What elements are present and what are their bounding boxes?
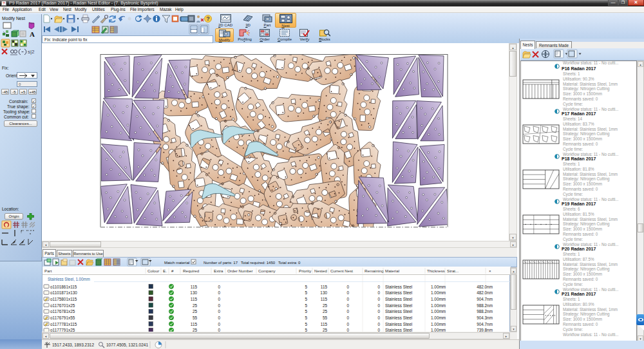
svg-text:5: 5	[305, 328, 307, 332]
svg-text:Remnants saved: 0: Remnants saved: 0	[563, 232, 598, 236]
svg-text:Extra: Extra	[214, 269, 223, 273]
svg-text:Cycle time:: Cycle time:	[563, 282, 583, 287]
svg-text:Colour: Colour	[147, 269, 159, 273]
svg-text:Utilisation: 83.7%: Utilisation: 83.7%	[563, 122, 594, 126]
svg-text:55: 55	[323, 316, 328, 320]
svg-text:Material: Material	[385, 269, 399, 273]
svg-text:0: 0	[377, 328, 380, 332]
svg-text:0: 0	[218, 296, 220, 301]
svg-text:Remnants saved: 0: Remnants saved: 0	[563, 142, 598, 146]
svg-text:Strategy: Nitrogen Cutting: Strategy: Nitrogen Cutting	[563, 267, 610, 272]
svg-text:0: 0	[377, 284, 380, 288]
svg-text:#: #	[171, 269, 174, 273]
svg-text:55: 55	[193, 316, 198, 320]
svg-text:Material: Stainless Steel, 1mm: Material: Stainless Steel, 1mm	[563, 307, 618, 312]
svg-text:Material: Stainless Steel, 1mm: Material: Stainless Steel, 1mm	[563, 82, 618, 86]
svg-text:Stainless Steel, 1.00mm: Stainless Steel, 1.00mm	[48, 277, 90, 281]
svg-text:Sheets: 1: Sheets: 1	[563, 162, 580, 166]
svg-text:Remaining: Remaining	[365, 269, 384, 273]
svg-text:5: 5	[305, 316, 307, 320]
svg-text:0: 0	[346, 290, 349, 295]
svg-text:o1177781x115: o1177781x115	[50, 321, 77, 326]
svg-text:Strategy: Nitrogen Cutting: Strategy: Nitrogen Cutting	[563, 312, 610, 317]
svg-text:Size: 3000 x 1500mm: Size: 3000 x 1500mm	[563, 182, 602, 186]
svg-text:0: 0	[218, 328, 220, 332]
svg-text:Part: Part	[44, 269, 52, 273]
svg-text:Sheets: 6: Sheets: 6	[563, 207, 580, 211]
svg-text:988.2nm: 988.2nm	[477, 309, 493, 314]
svg-text:0: 0	[346, 321, 349, 326]
svg-text:Workflow status: 11 - No cutti: Workflow status: 11 - No cutti...	[563, 332, 619, 337]
svg-text:0: 0	[218, 290, 220, 295]
svg-text:115: 115	[321, 296, 328, 301]
svg-text:Size: 3000 x 1500mm: Size: 3000 x 1500mm	[563, 227, 602, 231]
svg-text:Cycle time:: Cycle time:	[563, 147, 583, 152]
svg-text:5: 5	[305, 303, 307, 307]
svg-text:5: 5	[305, 321, 307, 326]
svg-text:s|2: s|2	[28, 49, 35, 55]
svg-text:Sheets: 14: Sheets: 14	[563, 117, 583, 121]
svg-text:Current Nest: Current Nest	[330, 269, 353, 273]
svg-text:1.00mm: 1.00mm	[431, 309, 446, 314]
svg-text:130: 130	[320, 290, 327, 295]
svg-text:1517.2433, 1893.2312: 1517.2433, 1893.2312	[52, 343, 94, 347]
svg-text:5: 5	[305, 284, 307, 288]
svg-text:1.00mm: 1.00mm	[431, 290, 446, 295]
svg-text:5: 5	[305, 290, 307, 295]
svg-text:Stainless Steel: Stainless Steel	[385, 296, 412, 301]
svg-text:25: 25	[323, 303, 328, 307]
svg-text:1077.4505, 1321.0241: 1077.4505, 1321.0241	[106, 343, 148, 347]
svg-text:Remnants saved: 0: Remnants saved: 0	[563, 277, 598, 281]
svg-text:Stainless Steel: Stainless Steel	[385, 328, 412, 332]
svg-text:130: 130	[190, 290, 197, 295]
svg-text:P17 Radan 2017: P17 Radan 2017	[562, 111, 596, 116]
svg-text:Workflow status: 11 - No cutti: Workflow status: 11 - No cutti...	[563, 152, 619, 156]
svg-text:0: 0	[218, 309, 220, 314]
svg-text:1.00mm: 1.00mm	[431, 328, 446, 332]
svg-text:115: 115	[191, 321, 198, 326]
svg-text:o1175801x115: o1175801x115	[50, 296, 77, 301]
svg-text:0: 0	[377, 296, 380, 301]
svg-text:Cycle time:: Cycle time:	[563, 237, 583, 242]
svg-text:Stainless Steel: Stainless Steel	[385, 290, 412, 295]
svg-text:Workflow status: 11 - No cutti: Workflow status: 11 - No cutti...	[563, 197, 619, 202]
svg-text:Strategy: Nitrogen Cutting: Strategy: Nitrogen Cutting	[563, 176, 610, 182]
svg-text:0: 0	[377, 309, 380, 314]
svg-text:115: 115	[191, 296, 198, 301]
svg-text:0: 0	[346, 303, 349, 307]
svg-text:0: 0	[377, 303, 380, 307]
svg-text:482.0nm: 482.0nm	[477, 290, 493, 295]
svg-text:0: 0	[377, 316, 380, 320]
svg-text:Sheets: 1: Sheets: 1	[563, 71, 580, 76]
svg-text:1.00mm: 1.00mm	[431, 321, 446, 326]
svg-text:Remnants saved: 0: Remnants saved: 0	[563, 187, 598, 191]
svg-text:25: 25	[323, 309, 328, 314]
svg-text:1.00mm: 1.00mm	[431, 303, 446, 307]
svg-text:Thickness: Thickness	[427, 269, 445, 273]
svg-text:0: 0	[377, 321, 380, 326]
svg-text:Order Number: Order Number	[227, 269, 253, 273]
svg-text:1.00mm: 1.00mm	[431, 284, 446, 288]
svg-text:P18 Radan 2017: P18 Radan 2017	[562, 156, 596, 161]
svg-text:Strategy: Nitrogen Cutting: Strategy: Nitrogen Cutting	[563, 131, 610, 137]
svg-text:1.00mm: 1.00mm	[431, 316, 446, 320]
svg-text:Material: Stainless Steel, 1mm: Material: Stainless Steel, 1mm	[563, 127, 618, 131]
svg-text:×: ×	[489, 269, 491, 273]
svg-text:904.7nm: 904.7nm	[477, 321, 493, 326]
svg-text:Remnants saved: 0: Remnants saved: 0	[563, 97, 598, 101]
svg-text:Utilisation: 81.5%: Utilisation: 81.5%	[563, 212, 594, 216]
svg-text:482.0nm: 482.0nm	[477, 284, 493, 288]
svg-text:Workflow status: 11 - No cutti: Workflow status: 11 - No cutti...	[563, 287, 619, 292]
svg-text:0: 0	[218, 321, 220, 326]
svg-text:Utilisation: 81.8%: Utilisation: 81.8%	[563, 167, 594, 171]
svg-text:Stainless Steel: Stainless Steel	[385, 284, 412, 288]
svg-text:P19 Radan 2017: P19 Radan 2017	[562, 202, 596, 206]
svg-text:Remnants saved: 0: Remnants saved: 0	[563, 322, 598, 326]
svg-text:Number of parts: 17 Total re: Number of parts: 17 Total required: 1450…	[204, 261, 301, 265]
svg-text:0: 0	[377, 290, 380, 295]
svg-text:0: 0	[346, 284, 349, 288]
svg-text:Size: 3000 x 1500mm: Size: 3000 x 1500mm	[563, 91, 602, 96]
svg-text:Utilisation: 80.9%: Utilisation: 80.9%	[563, 302, 594, 307]
svg-text:Stainless Steel: Stainless Steel	[385, 309, 412, 314]
svg-text:Cycle time:: Cycle time:	[563, 102, 583, 107]
